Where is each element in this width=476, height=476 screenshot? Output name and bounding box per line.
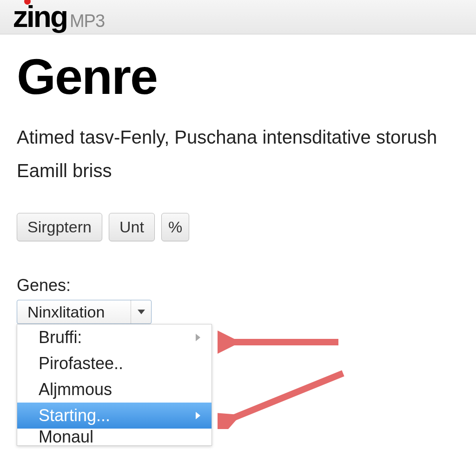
genes-select-arrow-box — [131, 300, 151, 324]
menu-item-monaul[interactable]: Monaul — [17, 429, 212, 445]
menu-item-starting[interactable]: Starting... — [17, 403, 212, 429]
genes-select[interactable]: Ninxlitation — [17, 300, 152, 324]
chevron-right-icon — [196, 412, 200, 419]
menu-item-pirofastee[interactable]: Pirofastee.. — [17, 350, 212, 377]
logo: zing MP3 — [13, 2, 105, 32]
description-line2: Eamill briss — [17, 160, 459, 181]
genes-label: Genes: — [17, 276, 459, 295]
arrow-diagonal-icon — [218, 369, 352, 429]
chevron-down-icon — [138, 310, 145, 314]
percent-button[interactable]: % — [161, 213, 189, 241]
menu-item-aljmmous[interactable]: Aljmmous — [17, 377, 212, 403]
button-row: Sirgptern Unt % — [17, 213, 459, 241]
genes-dropdown-menu: Bruffi: Pirofastee.. Aljmmous Starting..… — [17, 324, 212, 446]
menu-item-label: Bruffi: — [39, 328, 82, 347]
unt-button[interactable]: Unt — [109, 213, 155, 241]
arrow-left-icon — [218, 331, 348, 354]
description-line1: Atimed tasv-Fenly, Puschana intensditati… — [17, 122, 459, 152]
header-bar: zing MP3 — [0, 0, 476, 34]
logo-suffix-text: MP3 — [70, 11, 105, 31]
menu-item-bruffi[interactable]: Bruffi: — [17, 324, 212, 350]
content-area: Genre Atimed tasv-Fenly, Puschana intens… — [0, 34, 476, 337]
genes-select-value: Ninxlitation — [17, 303, 131, 321]
menu-item-label: Starting... — [39, 406, 110, 425]
chevron-right-icon — [196, 334, 200, 341]
genes-select-wrap: Ninxlitation Bruffi: Pirofastee.. Aljmmo… — [17, 300, 152, 324]
menu-item-label: Aljmmous — [39, 380, 112, 399]
svg-line-1 — [229, 373, 343, 420]
menu-item-label: Pirofastee.. — [39, 354, 123, 373]
annotation-arrow-2 — [218, 369, 352, 429]
menu-item-label: Monaul — [39, 429, 93, 445]
annotation-arrow-1 — [218, 331, 348, 354]
page-title: Genre — [17, 47, 459, 106]
logo-main-text: zing — [13, 2, 67, 32]
sirgptern-button[interactable]: Sirgptern — [17, 213, 102, 241]
